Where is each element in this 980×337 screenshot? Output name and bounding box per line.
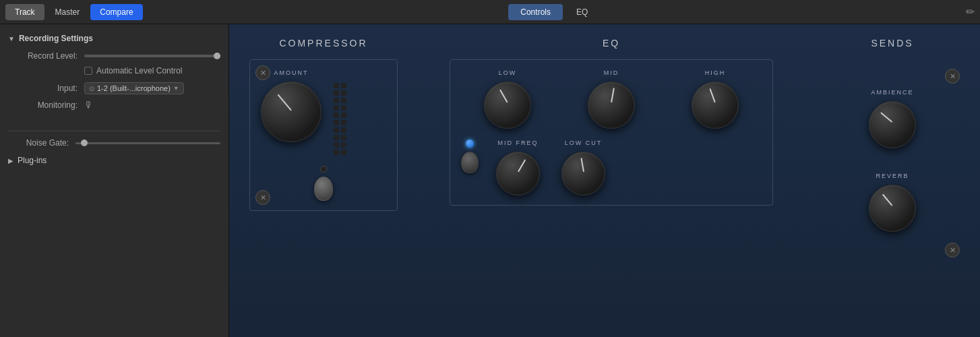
- input-value: 1-2 (Built-...icrophone): [97, 84, 171, 92]
- low-cut-knob[interactable]: [561, 152, 605, 195]
- meter-dot: [334, 150, 339, 155]
- auto-level-row: Automatic Level Control: [84, 66, 220, 75]
- mid-knob-indicator: [611, 88, 615, 102]
- compressor-panel: ✕ AMOUNT: [249, 59, 398, 211]
- meter-dot: [341, 127, 346, 133]
- sends-knobs: AMBIENCE REVERB: [825, 89, 960, 232]
- plugins-row[interactable]: ▶ Plug-ins: [0, 153, 228, 168]
- input-row: Input: ⊙ 1-2 (Built-...icrophone) ▼: [13, 82, 220, 94]
- reverb-knob-indicator: [882, 194, 893, 206]
- edit-area: ✏: [966, 5, 975, 18]
- meter-dot: [341, 150, 346, 155]
- tab-track[interactable]: Track: [5, 4, 44, 20]
- eq-jack-area: [461, 140, 479, 173]
- eq-section: EQ LOW MID: [450, 38, 773, 206]
- input-select[interactable]: ⊙ 1-2 (Built-...icrophone) ▼: [84, 82, 184, 94]
- eq-jack-plug: [461, 152, 479, 173]
- record-level-slider[interactable]: [84, 55, 220, 57]
- jack-area: [314, 166, 333, 201]
- input-label: Input:: [13, 84, 78, 93]
- ambience-row: AMBIENCE: [869, 89, 916, 148]
- sends-section: SENDS ✕ AMBIENCE REVERB: [825, 38, 960, 267]
- sends-close-br[interactable]: ✕: [945, 243, 960, 257]
- low-cut-label: LOW CUT: [565, 140, 603, 146]
- main-content: ▼ Recording Settings Record Level: Autom…: [0, 24, 980, 337]
- noise-gate-label: Noise Gate:: [8, 138, 69, 148]
- low-cut-knob-indicator: [580, 158, 584, 172]
- reverb-row: REVERB: [869, 173, 916, 232]
- mid-label: MID: [604, 69, 619, 76]
- ambience-knob[interactable]: [869, 101, 916, 148]
- auto-level-checkbox[interactable]: [84, 67, 92, 75]
- meter-dot: [334, 113, 339, 118]
- meter-dot: [341, 98, 346, 103]
- monitoring-icon[interactable]: 🎙: [84, 100, 94, 111]
- record-level-label: Record Level:: [13, 51, 78, 61]
- meter-dot: [341, 90, 346, 96]
- compressor-close-bl[interactable]: ✕: [255, 190, 270, 205]
- edit-icon[interactable]: ✏: [966, 5, 975, 18]
- plugins-triangle: ▶: [8, 157, 13, 164]
- meter-dot: [334, 105, 339, 111]
- high-knob-area: HIGH: [692, 69, 739, 129]
- meter-dot: [341, 142, 346, 148]
- meter-col-2: [341, 83, 346, 155]
- top-bar: Track Master Compare Controls EQ ✏: [0, 0, 980, 24]
- jack-plug-compressor: [314, 177, 333, 201]
- low-knob[interactable]: [484, 82, 531, 129]
- tab-group: Track Master Compare: [5, 4, 143, 20]
- monitoring-label: Monitoring:: [13, 100, 78, 110]
- record-level-thumb: [214, 53, 220, 59]
- monitoring-row: Monitoring: 🎙: [13, 100, 220, 111]
- eq-bottom-row: MID FREQ LOW CUT: [461, 140, 762, 195]
- meter-dot: [334, 135, 339, 140]
- high-knob-indicator: [709, 88, 716, 103]
- header-button-group: Controls EQ: [508, 4, 600, 20]
- meter-dot: [334, 120, 339, 125]
- led-off: [320, 166, 327, 173]
- eq-top-row: LOW MID HIGH: [461, 69, 762, 129]
- interface-sections: COMPRESSOR ✕ AMOUNT: [229, 38, 980, 324]
- mid-freq-knob-indicator: [518, 159, 526, 172]
- meter-dot: [334, 127, 339, 133]
- meter-dot: [334, 98, 339, 103]
- meter-dot: [341, 120, 346, 125]
- recording-settings-title: Recording Settings: [19, 34, 93, 43]
- recording-settings-body: Record Level: Automatic Level Control In…: [0, 46, 228, 124]
- plugins-label: Plug-ins: [18, 156, 47, 165]
- low-cut-knob-area: LOW CUT: [561, 140, 605, 195]
- controls-button[interactable]: Controls: [508, 4, 563, 20]
- low-label: LOW: [499, 69, 517, 76]
- noise-gate-slider[interactable]: [75, 142, 220, 144]
- amount-knob-indicator: [277, 94, 291, 111]
- sends-close-tr[interactable]: ✕: [945, 69, 960, 84]
- meter-dot: [341, 105, 346, 111]
- tab-compare[interactable]: Compare: [90, 4, 142, 20]
- divider-1: [8, 131, 220, 131]
- noise-gate-thumb: [81, 140, 88, 146]
- high-knob[interactable]: [692, 82, 739, 129]
- mid-freq-knob[interactable]: [496, 152, 540, 195]
- amount-knob[interactable]: [261, 82, 321, 142]
- noise-gate-row: Noise Gate:: [0, 138, 228, 148]
- meter-dot: [341, 83, 346, 88]
- compressor-bottom: [261, 166, 386, 201]
- compressor-close-tl[interactable]: ✕: [255, 65, 270, 80]
- reverb-knob[interactable]: [869, 185, 916, 232]
- sends-panel: ✕ AMBIENCE REVERB: [825, 59, 960, 267]
- eq-panel: LOW MID HIGH: [450, 59, 773, 206]
- low-knob-area: LOW: [484, 69, 531, 129]
- mid-knob[interactable]: [588, 82, 635, 129]
- reverb-label: REVERB: [876, 173, 909, 179]
- eq-button[interactable]: EQ: [564, 4, 600, 20]
- compressor-title: COMPRESSOR: [279, 38, 367, 49]
- meter-col-1: [334, 83, 339, 155]
- recording-settings-header[interactable]: ▼ Recording Settings: [0, 31, 228, 46]
- left-panel: ▼ Recording Settings Record Level: Autom…: [0, 24, 229, 337]
- sends-title: SENDS: [871, 38, 913, 49]
- mid-freq-knob-area: MID FREQ: [496, 140, 540, 195]
- compressor-section: COMPRESSOR ✕ AMOUNT: [249, 38, 398, 211]
- tab-master[interactable]: Master: [46, 4, 90, 20]
- low-knob-indicator: [499, 90, 508, 103]
- mid-knob-area: MID: [588, 69, 635, 129]
